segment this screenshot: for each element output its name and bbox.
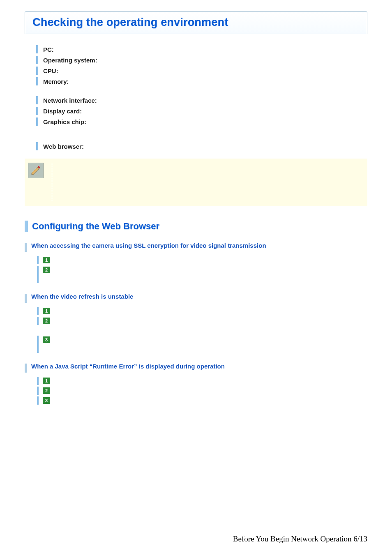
note-line [52, 183, 362, 191]
page-footer: Before You Begin Network Operation 6/13 [233, 534, 367, 543]
step-number-badge: 1 [43, 378, 50, 384]
step-bar-icon [37, 266, 39, 283]
req-label: PC: [43, 46, 54, 53]
note-line [52, 173, 362, 182]
note-line [52, 164, 362, 172]
req-label: Display card: [43, 108, 82, 115]
req-item: CPU: [36, 67, 367, 75]
step-number-badge: 1 [43, 308, 50, 314]
step-bar-icon [37, 307, 39, 315]
req-item: Display card: [36, 107, 367, 115]
note-line [52, 193, 362, 201]
main-title-box: Checking the operating environment [25, 12, 367, 34]
subsection-header: When the video refresh is unstable [25, 293, 367, 303]
subsection: When the video refresh is unstable 1 2 3 [25, 293, 367, 353]
steps: 1 2 3 [37, 307, 367, 353]
req-item: Graphics chip: [36, 117, 367, 126]
requirements-block: PC: Operating system: CPU: Memory: Netwo… [36, 45, 367, 150]
step-bar-icon [37, 336, 39, 353]
req-item: PC: [36, 45, 367, 53]
sub-bar-icon [25, 243, 27, 252]
step-number-badge: 2 [43, 387, 50, 394]
steps: 1 2 [37, 256, 367, 283]
note-pencil-icon [28, 163, 44, 178]
req-label: Graphics chip: [43, 118, 86, 125]
bullet-bar-icon [36, 142, 38, 150]
req-item: Operating system: [36, 56, 367, 64]
step-bar-icon [37, 317, 39, 325]
subsection: When accessing the camera using SSL encr… [25, 242, 367, 283]
step-row: 3 [37, 396, 367, 405]
step-bar-icon [37, 387, 39, 395]
step-row: 2 [37, 266, 367, 283]
step-row: 1 [37, 377, 367, 385]
bullet-bar-icon [36, 96, 38, 104]
step-row: 1 [37, 307, 367, 315]
step-bar-icon [37, 256, 39, 264]
step-number-badge: 2 [43, 267, 50, 273]
note-lines [52, 164, 362, 201]
section-title: Configuring the Web Browser [32, 221, 159, 232]
req-item: Web browser: [36, 142, 367, 150]
step-number-badge: 2 [43, 318, 50, 324]
subsection-header: When accessing the camera using SSL encr… [25, 242, 367, 252]
section-bar-icon [25, 221, 28, 232]
req-label: CPU: [43, 67, 58, 74]
subsection: When a Java Script “Runtime Error” is di… [25, 363, 367, 405]
page-title: Checking the operating environment [32, 16, 228, 28]
subsection-title: When a Java Script “Runtime Error” is di… [31, 363, 225, 370]
step-number-badge: 3 [43, 336, 50, 343]
step-number-badge: 1 [43, 257, 50, 263]
step-bar-icon [37, 396, 39, 405]
req-label: Memory: [43, 78, 69, 85]
sub-bar-icon [25, 294, 27, 303]
subsection-title: When accessing the camera using SSL encr… [31, 242, 266, 249]
step-row: 3 [37, 336, 367, 353]
bullet-bar-icon [36, 77, 38, 85]
req-label: Web browser: [43, 143, 84, 150]
req-item: Network interface: [36, 96, 367, 104]
step-row: 2 [37, 387, 367, 395]
step-bar-icon [37, 377, 39, 385]
bullet-bar-icon [36, 56, 38, 64]
step-number-badge: 3 [43, 397, 50, 404]
sub-bar-icon [25, 364, 27, 373]
subsection-header: When a Java Script “Runtime Error” is di… [25, 363, 367, 373]
note-box [25, 159, 367, 206]
steps: 1 2 3 [37, 377, 367, 405]
subsection-title: When the video refresh is unstable [31, 293, 133, 300]
step-row: 2 [37, 317, 367, 325]
step-row: 1 [37, 256, 367, 264]
req-label: Operating system: [43, 57, 97, 64]
bullet-bar-icon [36, 107, 38, 115]
bullet-bar-icon [36, 67, 38, 75]
bullet-bar-icon [36, 117, 38, 126]
req-label: Network interface: [43, 97, 97, 104]
section-header-row: Configuring the Web Browser [25, 218, 367, 232]
svg-marker-0 [32, 167, 39, 175]
bullet-bar-icon [36, 45, 38, 53]
req-item: Memory: [36, 77, 367, 85]
page: Checking the operating environment PC: O… [0, 0, 392, 555]
